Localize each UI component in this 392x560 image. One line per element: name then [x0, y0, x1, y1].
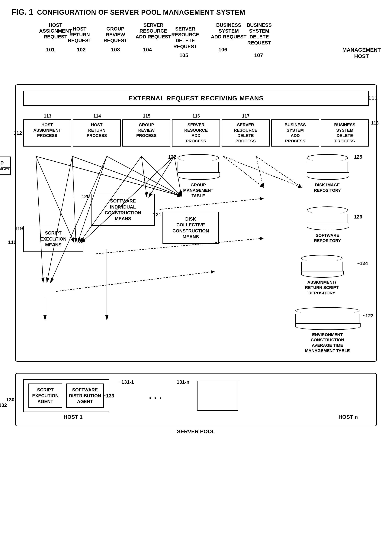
num-125: 125	[354, 154, 362, 160]
process-server-delete: SERVERRESOURCEDELETEPROCESS	[222, 120, 270, 147]
process-host-assignment: HOSTASSIGNMENTPROCESS	[23, 120, 71, 147]
num-112: 112	[14, 130, 22, 136]
server-pool-boundary: 130 132 SCRIPTEXECUTIONAGENT ~133	[15, 373, 377, 426]
req-num-103: 103	[111, 47, 120, 53]
software-repo-label: SOFTWAREREPOSITORY	[307, 233, 348, 244]
num-133: ~133	[103, 393, 114, 399]
assignment-cylinder-top	[301, 255, 343, 262]
num-122: 122	[168, 154, 176, 160]
disk-image-repo-container: 125 DISK IMAGEREPOSITORY	[307, 154, 352, 193]
external-request-box: EXTERNAL REQUEST RECEIVING MEANS 111	[23, 90, 369, 106]
assignment-cylinder-bottom	[301, 271, 344, 278]
num-118: ~118	[368, 120, 379, 126]
system-boundary: 110 EXTERNAL REQUEST RECEIVING MEANS 111…	[15, 84, 377, 362]
proc-num-115: 116	[172, 113, 220, 119]
req-label-102: HOSTRETURNREQUEST	[68, 26, 91, 44]
num-130: 130	[6, 397, 14, 402]
env-cylinder-body	[295, 314, 359, 327]
num-119: 119	[15, 226, 23, 231]
software-dist-agent-container: ~133 SOFTWAREDISTRIBUTIONAGENT	[66, 383, 104, 408]
req-label-107: BUSINESSSYSTEMDELETEREQUEST	[247, 22, 272, 46]
figure-title: FIG. 1 CONFIGURATION OF SERVER POOL MANA…	[11, 8, 381, 17]
group-management-table-label: GROUPMANAGEMENTTABLE	[177, 182, 219, 199]
host-row: SCRIPTEXECUTIONAGENT ~133 SOFTWAREDISTRI…	[23, 379, 369, 412]
environment-construction-label: ENVIRONMENT CONSTRUCTIONAVERAGE TIMEMANA…	[295, 332, 359, 354]
disk-image-cylinder-body	[307, 162, 348, 177]
assignment-cylinder-body	[301, 262, 343, 275]
host1-box: SCRIPTEXECUTIONAGENT ~133 SOFTWAREDISTRI…	[23, 379, 109, 412]
proc-num-114: 115	[123, 113, 171, 119]
disk-image-label: DISK IMAGEREPOSITORY	[307, 182, 348, 193]
page: FIG. 1 CONFIGURATION OF SERVER POOL MANA…	[0, 0, 392, 560]
num-124: ~124	[357, 260, 368, 266]
disk-image-cylinder-top	[307, 154, 348, 162]
cylinder-body-122	[177, 162, 219, 177]
disk-collective-container: 121 DISKCOLLECTIVECONSTRUCTIONMEANS	[163, 212, 282, 244]
process-server-add: SERVERRESOURCEADDPROCESS	[172, 120, 220, 147]
cylinder-bottom-122	[177, 172, 220, 180]
num-123: ~123	[363, 313, 373, 319]
system-num: 110	[8, 240, 16, 245]
req-num-105: 105	[179, 52, 188, 58]
dots: . . .	[141, 390, 169, 401]
load-balancer-box: LOADBALANCER	[0, 157, 11, 175]
req-label-101: HOSTASSIGNMENTREQUEST	[39, 22, 72, 40]
server-pool-section: 130 132 SCRIPTEXECUTIONAGENT ~133	[11, 373, 381, 435]
script-execution-means-box: SCRIPTEXECUTIONMEANS	[23, 226, 83, 252]
process-business-delete: BUSINESSSYSTEMDELETEPROCESS ~118	[321, 120, 369, 147]
script-execution-agent-box: SCRIPTEXECUTIONAGENT	[29, 383, 62, 408]
requests-area: HOSTASSIGNMENTREQUEST 101 HOSTRETURNREQU…	[11, 22, 381, 82]
proc-num-118	[321, 113, 369, 119]
environment-construction-container: ~123 ENVIRONMENT CONSTRUCTIONAVERAGE TIM…	[295, 307, 363, 354]
host-n-box	[197, 381, 238, 411]
proc-num-117	[271, 113, 319, 119]
process-group-review: GROUPREVIEWPROCESS	[122, 120, 170, 147]
process-host-return: HOSTRETURNPROCESS	[73, 120, 121, 147]
management-host-label: MANAGEMENTHOST	[342, 47, 381, 59]
software-repo-cylinder-bottom	[307, 223, 349, 230]
figure-caption: CONFIGURATION OF SERVER POOL MANAGEMENT …	[37, 9, 245, 16]
software-distribution-agent-box: SOFTWAREDISTRIBUTIONAGENT	[66, 383, 104, 408]
software-repo-cylinder-top	[307, 206, 348, 214]
req-num-102: 102	[77, 47, 86, 53]
num-120: 120	[81, 194, 90, 200]
num-131-1: ~131-1	[119, 379, 134, 385]
req-num-104: 104	[143, 47, 152, 53]
software-repo-cylinder-body	[307, 214, 348, 227]
software-individual-construction-box: SOFTWAREINDIVIDUALCONSTRUCTIONMEANS	[91, 194, 155, 226]
req-label-106: BUSINESSSYSTEMADD REQUEST	[211, 22, 246, 40]
group-management-table-container: 122 GROUPMANAGEMENTTABLE	[177, 154, 282, 199]
req-num-101: 101	[46, 47, 55, 53]
disk-image-cylinder-bottom	[307, 172, 349, 180]
env-cylinder-top	[295, 307, 359, 314]
host-labels-row: HOST 1 HOST n	[23, 414, 369, 420]
center-column: 122 GROUPMANAGEMENTTABLE 121 DISKCOLLECT…	[163, 154, 282, 354]
server-pool-label: SERVER POOL	[15, 429, 377, 435]
assignment-return-label: ASSIGNMENT/RETURN SCRIPTREPOSITORY	[301, 280, 343, 296]
script-agent-container: SCRIPTEXECUTIONAGENT	[29, 383, 62, 408]
env-cylinder-bottom	[295, 323, 361, 330]
host1-label: HOST 1	[23, 414, 123, 420]
figure-label: FIG. 1	[11, 8, 33, 17]
num-131-n: 131-n	[176, 379, 189, 385]
agents-row: SCRIPTEXECUTIONAGENT ~133 SOFTWAREDISTRI…	[29, 383, 104, 408]
proc-num-116: 117	[222, 113, 270, 119]
software-repo-container: 126 SOFTWAREREPOSITORY	[307, 206, 352, 244]
proc-num-112: 113	[24, 113, 71, 119]
assignment-return-container: ~124 ASSIGNMENT/RETURN SCRIPTREPOSITORY	[301, 255, 358, 296]
group-management-table-cylinder	[177, 154, 219, 177]
process-business-add: BUSINESSSYSTEMADDPROCESS	[271, 120, 319, 147]
center-left-column: 120 SOFTWAREINDIVIDUALCONSTRUCTIONMEANS	[91, 154, 155, 354]
req-label-105: SERVERRESOURCEDELETEREQUEST	[171, 26, 199, 50]
proc-num-113: 114	[73, 113, 121, 119]
req-label-104: SERVERRESOURCEADD REQUEST	[136, 22, 171, 40]
cylinder-top-122	[177, 154, 219, 162]
process-row: HOSTASSIGNMENTPROCESS HOSTRETURNPROCESS …	[23, 120, 369, 147]
right-column: 125 DISK IMAGEREPOSITORY 126 SOFTWAREREP…	[290, 154, 369, 354]
req-num-107: 107	[254, 52, 263, 58]
server-pool-wrapper: 130 132 SCRIPTEXECUTIONAGENT ~133	[15, 373, 377, 435]
req-label-103: GROUPREVIEWREQUEST	[104, 26, 127, 44]
num-126: 126	[354, 214, 362, 220]
req-num-106: 106	[218, 47, 227, 53]
left-column: 119 SCRIPTEXECUTIONMEANS	[23, 154, 83, 354]
